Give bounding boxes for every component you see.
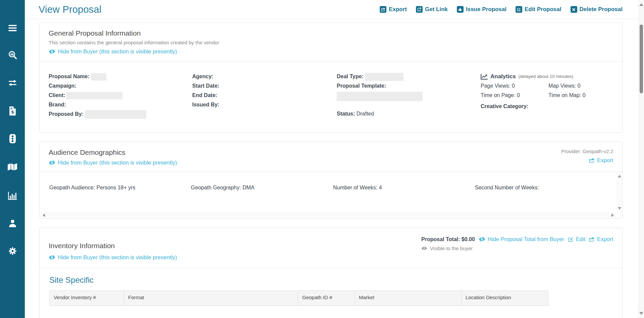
map-views-stat: Map Views: 0 — [548, 81, 613, 91]
proposal-name-redacted-value — [91, 73, 106, 81]
general-col-2: Agency: Start Date: End Date: Issued By: — [192, 72, 337, 119]
inventory-edit-link[interactable]: Edit — [568, 236, 585, 242]
proposal-template-redacted-value — [337, 92, 423, 101]
general-hide-from-buyer-link[interactable]: Hide from Buyer (this section is visible… — [49, 48, 177, 55]
campaign-label: Campaign: — [49, 83, 76, 89]
general-col-3: Deal Type: Proposal Template: Status: Dr… — [337, 72, 481, 119]
time-on-map-stat: Time on Map: 0 — [548, 91, 613, 100]
menu-icon[interactable] — [0, 20, 25, 36]
geopath-audience-field: Geopath Audience: Persons 18+ yrs — [49, 185, 191, 191]
page-header: View Proposal Export Get Link Issue Prop… — [25, 0, 638, 19]
analytics-title: Analytics — [490, 72, 516, 81]
edit-proposal-button-label: Edit Proposal — [525, 6, 561, 13]
status-label: Status: — [337, 111, 355, 117]
geopath-geography-field: Geopath Geography: DMA — [191, 185, 333, 191]
delete-x-icon — [571, 6, 577, 13]
client-label: Client: — [49, 92, 65, 98]
audience-horizontal-scrollbar[interactable] — [40, 213, 616, 218]
page-vertical-scrollbar[interactable] — [638, 0, 644, 318]
get-link-button[interactable]: Get Link — [416, 6, 448, 13]
inventory-export-link[interactable]: Export — [589, 236, 613, 242]
proposal-name-label: Proposal Name: — [49, 74, 90, 79]
delete-proposal-button[interactable]: Delete Proposal — [571, 6, 623, 13]
site-specific-table: Vendor Inventory # Format Geopath ID # M… — [49, 290, 548, 306]
exchange-arrows-icon[interactable] — [0, 75, 25, 91]
agency-label: Agency: — [192, 74, 213, 79]
search-analytics-icon[interactable] — [0, 47, 25, 63]
general-col-1: Proposal Name: Campaign: Client: Brand: … — [49, 72, 192, 119]
invoice-dollar-icon[interactable]: $ — [0, 103, 25, 119]
col-market: Market — [355, 291, 462, 306]
sidebar: $ — [0, 0, 25, 318]
visible-to-buyer-note: Visible to the buyer — [430, 245, 473, 251]
deal-type-label: Deal Type: — [337, 74, 364, 79]
audience-export-link[interactable]: Export — [589, 157, 613, 164]
page-scrollbar-thumb[interactable] — [640, 25, 643, 93]
page-title: View Proposal — [39, 4, 101, 15]
main-content: View Proposal Export Get Link Issue Prop… — [25, 0, 638, 318]
eye-slash-icon — [49, 160, 55, 165]
gear-icon[interactable] — [0, 243, 25, 259]
hide-proposal-total-link[interactable]: Hide Proposal Total from Buyer — [479, 236, 564, 242]
audience-vertical-scrollbar[interactable] — [617, 172, 622, 213]
scroll-right-arrow[interactable] — [611, 214, 614, 217]
audience-body: Geopath Audience: Persons 18+ yrs Geopat… — [40, 172, 622, 218]
second-number-of-weeks-field: Second Number of Weeks: — [475, 185, 602, 191]
status-value: Drafted — [357, 111, 374, 117]
page-views-stat: Page Views: 0 — [481, 81, 548, 91]
export-icon — [589, 158, 595, 163]
general-section-title: General Proposal Information — [49, 29, 613, 37]
issue-proposal-button-label: Issue Proposal — [466, 6, 506, 13]
general-section-subtitle: This section contains the general propos… — [49, 40, 613, 45]
svg-text:$: $ — [11, 109, 14, 114]
map-icon[interactable] — [0, 159, 25, 175]
audience-hide-from-buyer-link[interactable]: Hide from Buyer (this section is visible… — [49, 160, 177, 166]
edit-proposal-button[interactable]: Edit Proposal — [516, 6, 561, 13]
eye-slash-icon — [49, 255, 55, 260]
creative-category-label: Creative Category: — [481, 103, 613, 109]
col-geopath-id: Geopath ID # — [298, 291, 355, 306]
get-link-button-label: Get Link — [425, 6, 448, 13]
export-icon — [589, 237, 595, 242]
col-format: Format — [124, 291, 298, 306]
bar-chart-icon[interactable] — [0, 188, 25, 204]
proposal-total-label: Proposal Total: $0.00 — [421, 236, 475, 242]
status-line: Status: Drafted — [337, 109, 481, 119]
eye-icon — [421, 246, 427, 251]
inventory-hide-from-buyer-link[interactable]: Hide from Buyer (this section is visible… — [49, 254, 177, 261]
table-header-row: Vendor Inventory # Format Geopath ID # M… — [50, 291, 548, 306]
eye-slash-icon — [479, 237, 485, 242]
start-date-label: Start Date: — [192, 83, 219, 89]
general-col-analytics: Analytics (delayed about 10 minutes) Pag… — [481, 72, 613, 119]
inventory-information-panel: Inventory Information Hide from Buyer (t… — [39, 228, 623, 318]
page-scroll-down-arrow[interactable] — [639, 312, 643, 315]
inventory-section-title: Inventory Information — [49, 242, 177, 250]
thumbs-up-icon — [457, 6, 464, 13]
issue-proposal-button[interactable]: Issue Proposal — [457, 6, 506, 13]
general-proposal-panel: General Proposal Information This sectio… — [39, 22, 623, 133]
scroll-left-arrow[interactable] — [43, 214, 45, 217]
user-icon[interactable] — [0, 215, 25, 231]
chart-line-icon — [481, 74, 488, 80]
deal-type-redacted-value — [365, 73, 404, 81]
export-icon — [380, 6, 386, 13]
provider-label: Provider: Geopath-v2.2 — [561, 148, 613, 154]
col-vendor-inventory: Vendor Inventory # — [50, 291, 124, 306]
export-button[interactable]: Export — [380, 6, 407, 13]
proposal-template-label: Proposal Template: — [337, 83, 386, 89]
eye-slash-icon — [49, 49, 55, 54]
page-scroll-up-arrow[interactable] — [639, 3, 643, 6]
edit-icon — [568, 237, 574, 242]
proposed-by-label: Proposed By: — [49, 111, 84, 117]
analytics-delay-note: (delayed about 10 minutes) — [519, 72, 574, 81]
external-link-icon — [416, 6, 423, 13]
time-on-page-stat: Time on Page: 0 — [481, 91, 548, 100]
scroll-down-arrow[interactable] — [618, 207, 621, 210]
analytics-stats: Page Views: 0 Map Views: 0 Time on Page:… — [481, 81, 613, 100]
scroll-up-arrow[interactable] — [618, 175, 621, 178]
client-redacted-value — [66, 92, 122, 99]
site-specific-title: Site Specific — [49, 275, 613, 285]
traffic-light-icon[interactable] — [0, 131, 25, 147]
proposed-by-redacted-value — [85, 110, 146, 119]
toolbar: Export Get Link Issue Proposal Edit Prop… — [380, 6, 623, 13]
